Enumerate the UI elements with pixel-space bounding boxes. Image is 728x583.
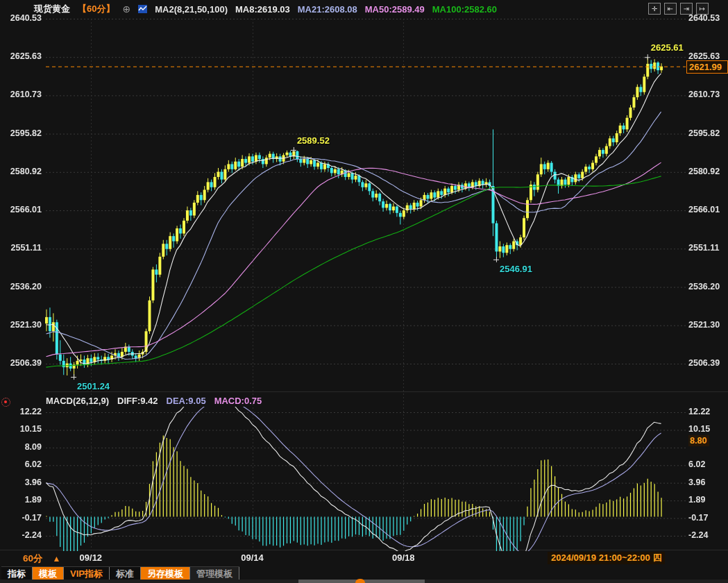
circle-plus-icon[interactable]: ⊕ (122, 3, 130, 15)
macd-axis-label: 1.89 (0, 495, 42, 505)
macd-axis-label: 6.02 (688, 459, 705, 469)
session-time-label: 2024/09/19 21:00~22:00 四 (548, 552, 665, 564)
tab-VIP指标[interactable]: VIP指标 (64, 567, 110, 581)
price-axis-label: 2521.30 (688, 320, 720, 330)
ma-group-label: MA2(8,21,50,100) (155, 4, 228, 15)
macd-params-label: MACD(26,12,9) (46, 396, 109, 406)
tab-模板[interactable]: 模板 (33, 567, 64, 581)
ma50-value: MA50:2589.49 (365, 4, 425, 15)
swing-low-label-1: 2501.24 (77, 381, 110, 391)
period-footer[interactable]: 60分▲ (23, 552, 60, 565)
macd-dea-value: DEA:9.05 (167, 396, 206, 406)
horizontal-scrollbar-track[interactable] (0, 580, 728, 583)
price-axis-label: 2506.39 (688, 358, 720, 368)
price-axis-label: 2551.11 (0, 243, 42, 253)
pan-left-icon[interactable]: ⇤ (664, 3, 677, 15)
tab-另存模板[interactable]: 另存模板 (141, 567, 190, 581)
macd-axis-label: -0.17 (688, 513, 709, 523)
price-axis-label: 2551.11 (688, 243, 720, 253)
swing-high-label: 2589.52 (297, 135, 330, 146)
price-axis-label: 2610.73 (688, 90, 720, 99)
current-price-badge: 2621.99 (686, 60, 728, 74)
price-axis-label: 2521.30 (0, 320, 42, 330)
price-axis-label: 2595.82 (0, 128, 42, 138)
price-axis-label: 2566.01 (0, 205, 42, 214)
price-axis-label: 2595.82 (688, 128, 720, 138)
macd-diff-value: DIFF:9.42 (117, 396, 158, 406)
ma100-value: MA100:2582.60 (432, 4, 497, 15)
macd-axis-label: 1.89 (688, 495, 705, 505)
crosshair-tool-icon[interactable]: ✛ (648, 3, 661, 15)
chart-canvas[interactable] (0, 0, 728, 583)
time-axis-label: 09/12 (80, 552, 103, 563)
macd-axis-label: -2.24 (0, 530, 42, 540)
price-axis-label: 2566.01 (688, 205, 720, 214)
bottom-tab-bar: 指标模板VIP指标标准另存模板管理模板 (1, 566, 239, 581)
time-axis-label: 09/18 (392, 552, 415, 563)
tab-管理模板[interactable]: 管理模板 (190, 567, 239, 581)
macd-axis-label: 10.15 (0, 424, 42, 434)
price-axis-label: 2640.53 (0, 13, 42, 23)
price-axis-label: 2506.39 (0, 358, 42, 368)
tab-指标[interactable]: 指标 (1, 567, 33, 581)
ma8-value: MA8:2619.03 (235, 4, 290, 15)
macd-axis-label: 12.22 (0, 407, 42, 416)
price-axis-label: 2580.92 (0, 167, 42, 176)
macd-axis-label: 12.22 (688, 407, 710, 416)
tab-标准[interactable]: 标准 (110, 567, 141, 581)
macd-bar-value: MACD:0.75 (214, 396, 262, 406)
scrollbar-position-marker[interactable] (355, 579, 365, 583)
swing-low-label-2: 2546.91 (500, 264, 532, 274)
price-axis-label: 2610.73 (0, 90, 42, 99)
ma21-value: MA21:2608.08 (298, 4, 357, 15)
indicator-alert-icon[interactable] (1, 398, 10, 407)
macd-current-value-badge: 8.80 (688, 435, 709, 446)
chart-header: 现货黄金 【60分】 ⊕ MA2(8,21,50,100) MA8:2619.0… (34, 3, 497, 15)
price-axis-label: 2536.20 (0, 282, 42, 292)
price-axis-label: 2536.20 (688, 282, 720, 292)
period-footer-label[interactable]: 60分 (23, 553, 43, 564)
period-tag[interactable]: 【60分】 (78, 3, 115, 15)
price-axis-label: 2580.92 (688, 167, 720, 176)
price-axis-label: 2640.53 (688, 13, 720, 23)
macd-axis-label: 10.15 (688, 424, 710, 434)
macd-axis-label: -0.17 (0, 513, 42, 523)
price-axis-label: 2625.63 (0, 51, 42, 61)
macd-axis-label: 3.96 (688, 478, 705, 487)
session-high-label: 2625.61 (651, 42, 684, 53)
macd-axis-label: 6.02 (0, 459, 42, 469)
macd-axis-label: 3.96 (0, 478, 42, 487)
trading-chart-window: 现货黄金 【60分】 ⊕ MA2(8,21,50,100) MA8:2619.0… (0, 0, 728, 583)
macd-axis-label: -2.24 (688, 530, 709, 540)
period-up-arrow-icon[interactable]: ▲ (53, 554, 61, 564)
indicator-chart-icon[interactable] (138, 5, 147, 13)
macd-axis-label: 8.09 (0, 442, 42, 452)
macd-header: MACD(26,12,9) DIFF:9.42 DEA:9.05 MACD:0.… (46, 396, 262, 406)
time-axis-label: 09/14 (241, 552, 264, 563)
